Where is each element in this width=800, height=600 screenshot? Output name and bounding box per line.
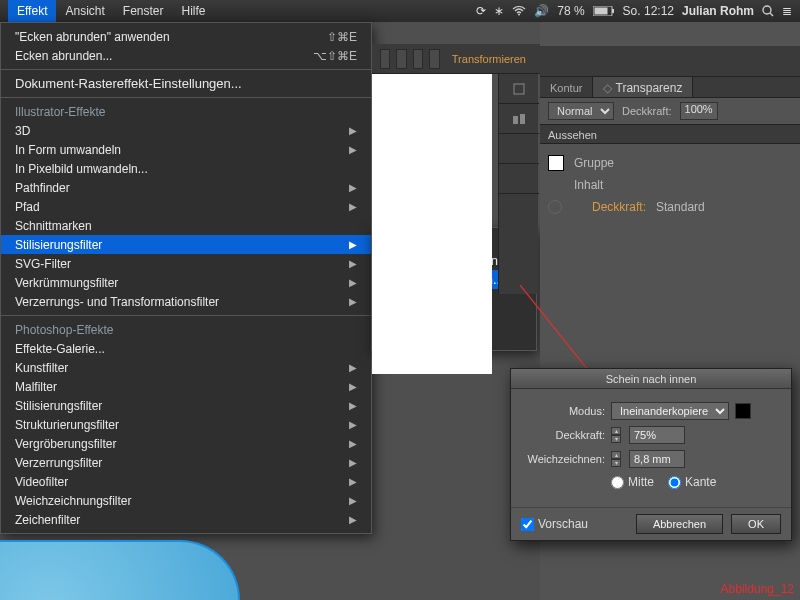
ok-button[interactable]: OK (731, 514, 781, 534)
svg-point-4 (763, 6, 771, 14)
menu-stilisierungsfilter[interactable]: Stilisierungsfilter▶ (1, 235, 371, 254)
tab-transparenz[interactable]: ◇ Transparenz (592, 77, 693, 97)
mode-select[interactable]: Ineinanderkopieren (611, 402, 729, 420)
menu-apply-last[interactable]: "Ecken abrunden" anwenden⇧⌘E (1, 27, 371, 46)
artwork-shape (0, 540, 240, 600)
blur-field[interactable] (629, 450, 685, 468)
appearance-content[interactable]: Inhalt (548, 174, 792, 196)
opacity-label: Deckkraft: (523, 429, 605, 441)
control-bar: Transformieren (372, 44, 540, 74)
opacity-field[interactable] (629, 426, 685, 444)
fill-swatch (548, 155, 564, 171)
menu-schnittmarken[interactable]: Schnittmarken (1, 216, 371, 235)
transform-label[interactable]: Transformieren (446, 53, 532, 65)
menu-3d[interactable]: 3D▶ (1, 121, 371, 140)
volume-icon: 🔊 (534, 4, 549, 18)
menu-malfilter[interactable]: Malfilter▶ (1, 377, 371, 396)
menu-weichzeichnung[interactable]: Weichzeichnungsfilter▶ (1, 491, 371, 510)
menu-kunstfilter[interactable]: Kunstfilter▶ (1, 358, 371, 377)
mode-label: Modus: (523, 405, 605, 417)
svg-point-0 (518, 14, 520, 16)
opacity-value[interactable]: 100% (680, 102, 718, 120)
menu-verzerrung[interactable]: Verzerrungs- und Transformationsfilter▶ (1, 292, 371, 311)
effekt-dropdown: "Ecken abrunden" anwenden⇧⌘E Ecken abrun… (0, 22, 372, 534)
clock: So. 12:12 (623, 4, 674, 18)
menu-strukturierung[interactable]: Strukturierungsfilter▶ (1, 415, 371, 434)
appearance-opacity[interactable]: Deckkraft:Standard (548, 196, 792, 218)
panel-dock (498, 74, 538, 294)
preview-checkbox[interactable]: Vorschau (521, 517, 588, 531)
dock-icon[interactable] (499, 164, 539, 194)
header-illustrator-effekte: Illustrator-Effekte (1, 102, 371, 121)
header-photoshop-effekte: Photoshop-Effekte (1, 320, 371, 339)
dialog-title: Schein nach innen (511, 369, 791, 389)
svg-rect-3 (612, 9, 614, 13)
menu-pixelbild[interactable]: In Pixelbild umwandeln... (1, 159, 371, 178)
menu-raster-settings[interactable]: Dokument-Rastereffekt-Einstellungen... (1, 74, 371, 93)
menu-zeichenfilter[interactable]: Zeichenfilter▶ (1, 510, 371, 529)
tab-kontur[interactable]: Kontur (540, 77, 592, 97)
dock-icon[interactable] (499, 134, 539, 164)
svg-rect-6 (514, 84, 524, 94)
menu-pathfinder[interactable]: Pathfinder▶ (1, 178, 371, 197)
battery-icon (593, 6, 615, 16)
battery-percent: 78 % (557, 4, 584, 18)
menu-ps-stilisierung[interactable]: Stilisierungsfilter▶ (1, 396, 371, 415)
sync-icon: ⟳ (476, 4, 486, 18)
opacity-label: Deckkraft: (622, 105, 672, 117)
blur-stepper[interactable]: ▴▾ (611, 451, 621, 467)
macos-menubar: Effekt Ansicht Fenster Hilfe ⟳ ∗ 🔊 78 % … (0, 0, 800, 22)
artboard[interactable] (372, 74, 492, 374)
menu-verkruemmung[interactable]: Verkrümmungsfilter▶ (1, 273, 371, 292)
appearance-group[interactable]: Gruppe (548, 152, 792, 174)
align-icon[interactable] (429, 49, 439, 69)
menu-effekte-galerie[interactable]: Effekte-Galerie... (1, 339, 371, 358)
menu-ansicht[interactable]: Ansicht (56, 0, 113, 22)
menu-hilfe[interactable]: Hilfe (173, 0, 215, 22)
blend-mode-select[interactable]: Normal (548, 102, 614, 120)
menubar-status: ⟳ ∗ 🔊 78 % So. 12:12 Julian Rohm ≣ (476, 4, 792, 18)
wifi-icon (512, 6, 526, 16)
inner-glow-dialog: Schein nach innen Modus: Ineinanderkopie… (510, 368, 792, 541)
figure-caption: Abbildung_12 (721, 582, 794, 596)
menu-effekt[interactable]: Effekt (8, 0, 56, 22)
cancel-button[interactable]: Abbrechen (636, 514, 723, 534)
radio-center[interactable]: Mitte (611, 475, 654, 489)
radio-edge[interactable]: Kante (668, 475, 716, 489)
menu-vergroeberung[interactable]: Vergröberungsfilter▶ (1, 434, 371, 453)
menu-ecken-abrunden[interactable]: Ecken abrunden...⌥⇧⌘E (1, 46, 371, 65)
visibility-icon[interactable] (548, 200, 562, 214)
menu-in-form[interactable]: In Form umwandeln▶ (1, 140, 371, 159)
opacity-stepper[interactable]: ▴▾ (611, 427, 621, 443)
dock-icon[interactable] (499, 74, 539, 104)
panel-aussehen-header[interactable]: Aussehen (540, 124, 800, 144)
align-icon[interactable] (396, 49, 406, 69)
spotlight-icon[interactable] (762, 5, 774, 17)
menu-fenster[interactable]: Fenster (114, 0, 173, 22)
svg-rect-7 (513, 116, 518, 124)
menu-pfad[interactable]: Pfad▶ (1, 197, 371, 216)
menu-icon[interactable]: ≣ (782, 4, 792, 18)
glow-color-swatch[interactable] (735, 403, 751, 419)
menu-ps-verzerrung[interactable]: Verzerrungsfilter▶ (1, 453, 371, 472)
dock-icon[interactable] (499, 104, 539, 134)
blur-label: Weichzeichnen: (523, 453, 605, 465)
bluetooth-icon: ∗ (494, 4, 504, 18)
align-icon[interactable] (413, 49, 423, 69)
svg-rect-2 (594, 8, 607, 15)
user-name: Julian Rohm (682, 4, 754, 18)
svg-line-5 (770, 13, 773, 16)
svg-rect-8 (520, 114, 525, 124)
menu-svg-filter[interactable]: SVG-Filter▶ (1, 254, 371, 273)
menu-videofilter[interactable]: Videofilter▶ (1, 472, 371, 491)
panel-tabs: Kontur ◇ Transparenz (540, 76, 800, 98)
transparency-row: Normal Deckkraft: 100% (540, 98, 800, 124)
align-icon[interactable] (380, 49, 390, 69)
